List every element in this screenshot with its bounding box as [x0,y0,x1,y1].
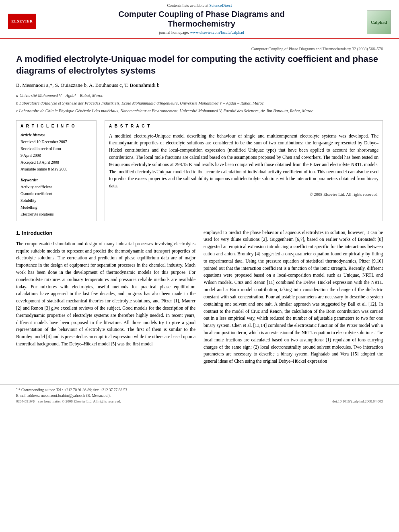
keywords: Activity coefficient Osmotic coefficient… [21,183,92,218]
keyword-5: Electrolyte solutions [21,212,54,216]
article-info-heading: A R T I C L E I N F O [21,124,92,130]
article-header-info: Computer Coupling of Phase Diagrams and … [16,47,383,51]
sciencedirect-link[interactable]: ScienceDirect [209,3,232,8]
footnote-star: * * Corresponding author. Tel.: +212 70 … [16,387,383,392]
affiliations: a Université Mohammed V – Agdal – Rabat,… [16,92,383,114]
abstract-text: A modified electrolyte-Uniquac model des… [109,133,378,190]
affiliation-c: c Laboratoire de Chimie Physique Général… [16,108,383,115]
affiliation-b: b Laboratoire d'Analyse et Synthèse des … [16,100,383,107]
info-abstract-section: A R T I C L E I N F O Article history: R… [16,120,383,221]
received-date: Received 10 December 2007 [21,140,67,144]
journal-title-center: Computer Coupling of Phase Diagrams and … [40,9,363,35]
calphad-logo: Calphad [367,10,391,34]
affiliation-a: a Université Mohammed V – Agdal – Rabat,… [16,92,383,99]
calphad-logo-text: Calphad [371,20,387,25]
intro-col2-p1: employed to predict the phase behavior o… [204,229,383,365]
journal-title: Computer Coupling of Phase Diagrams and … [40,9,363,29]
body-col-right: employed to predict the phase behavior o… [204,229,383,368]
footnote-email-label: E-mail address: [16,394,40,398]
elsevier-logo: ELSEVIER [8,14,36,29]
body-columns: 1. Introduction The computer-aided simul… [16,229,383,368]
elsevier-label: ELSEVIER [11,19,33,23]
journal-header-main: ELSEVIER Computer Coupling of Phase Diag… [0,9,399,38]
body-col-left: 1. Introduction The computer-aided simul… [16,229,195,368]
keyword-1: Activity coefficient [21,185,52,189]
article-body: Computer Coupling of Phase Diagrams and … [0,39,399,376]
journal-header: Contents lists available at ScienceDirec… [0,0,399,39]
journal-homepage: journal homepage: www.elsevier.com/locat… [40,30,363,35]
article-info-box: A R T I C L E I N F O Article history: R… [16,120,97,221]
intro-heading: 1. Introduction [16,229,195,237]
keyword-4: Modelling [21,205,37,210]
abstract-box: A B S T R A C T A modified electrolyte-U… [105,120,383,221]
authors: B. Messnaoui a,*, S. Ouiazzane b, A. Bou… [16,82,383,88]
footnote-email-value: messnaoui.brahim@yahoo.fr (B. Messnaoui)… [41,394,111,398]
page: Contents lists available at ScienceDirec… [0,0,399,532]
journal-header-top: Contents lists available at ScienceDirec… [0,3,399,8]
intro-col1-p1: The computer-aided simulation and design… [16,240,195,348]
footer: * * Corresponding author. Tel.: +212 70 … [0,384,399,406]
article-dates: Received 10 December 2007 Received in re… [21,138,92,173]
journal-logo-right: Calphad [363,10,395,34]
footer-doi: doi:10.1016/j.calphad.2008.04.003 [332,399,383,403]
keywords-label: Keywords: [21,178,92,182]
footnote-star-text: * Corresponding author. Tel.: +212 70 91… [19,388,128,392]
article-title: A modified electrolyte-Uniquac model for… [16,53,383,76]
footnote-star-symbol: * [16,387,18,390]
received-revised-label: Received in revised form [21,146,61,151]
accepted-date: Accepted 13 April 2008 [21,160,59,164]
footer-issn: 0364-5916/$ – see front matter © 2008 El… [16,399,121,403]
revised-date: 9 April 2008 [21,153,41,158]
keyword-3: Solubility [21,198,36,203]
keyword-2: Osmotic coefficient [21,191,52,196]
copyright-text: © 2008 Elsevier Ltd. All rights reserved… [109,192,378,197]
homepage-link[interactable]: www.elsevier.com/locate/calphad [190,30,244,35]
journal-logo-left: ELSEVIER [4,14,40,30]
contents-available-label: Contents lists available at [167,3,208,8]
abstract-heading: A B S T R A C T [109,124,378,130]
footer-bottom: 0364-5916/$ – see front matter © 2008 El… [16,399,383,403]
article-history-label: Article history: [21,133,92,137]
footnote-email: E-mail address: messnaoui.brahim@yahoo.f… [16,394,383,398]
available-online: Available online 8 May 2008 [21,167,67,171]
